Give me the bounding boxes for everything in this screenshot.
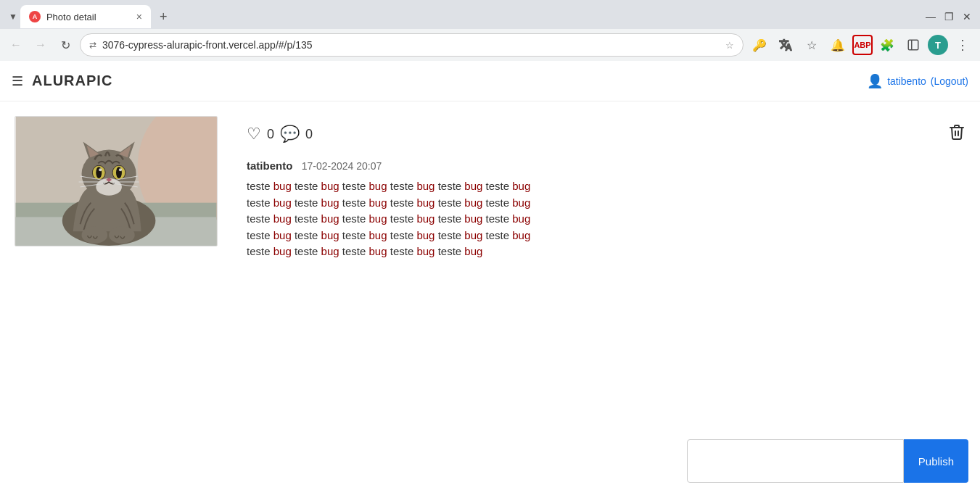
comment-icon: 💬 [280, 125, 300, 144]
extensions-icon[interactable]: 🧩 [876, 33, 899, 57]
comment-textarea[interactable] [687, 439, 904, 483]
bookmark-icon[interactable]: ☆ [725, 40, 734, 51]
post-date: 17-02-2024 20:07 [302, 160, 382, 172]
new-tab-button[interactable]: + [154, 9, 173, 25]
profile-avatar[interactable]: T [928, 35, 948, 55]
post-content: teste bug teste bug teste bug teste bug … [247, 178, 537, 260]
detail-section: ♡ 0 💬 0 tatibento 17-0 [247, 116, 965, 473]
app-logo: ALURAPIC [32, 72, 112, 89]
post-info: tatibento 17-02-2024 20:07 [247, 159, 965, 173]
nav-actions: 🔑 ☆ 🔔 ABP 🧩 T [748, 33, 974, 57]
user-account-icon: 👤 [867, 73, 883, 89]
svg-point-8 [109, 226, 135, 244]
browser-tab-active[interactable]: A Photo detail × [20, 5, 151, 28]
user-area: 👤 tatibento (Logout) [867, 73, 968, 89]
hamburger-menu-icon[interactable]: ☰ [12, 73, 23, 89]
forward-button[interactable]: → [30, 35, 51, 55]
svg-point-7 [82, 226, 108, 244]
back-button[interactable]: ← [6, 35, 26, 55]
app-header: ☰ ALURAPIC 👤 tatibento (Logout) [0, 61, 980, 101]
actions-bar: ♡ 0 💬 0 [247, 123, 965, 145]
logout-link[interactable]: (Logout) [931, 75, 968, 87]
browser-nav-bar: ← → ↻ ⇄ 3076-cypress-alurapic-front.verc… [0, 29, 980, 61]
maximize-button[interactable]: ❐ [944, 11, 954, 22]
reload-button[interactable]: ↻ [55, 35, 75, 55]
translate-icon[interactable] [774, 33, 797, 57]
window-controls: — ❐ ✕ [926, 11, 974, 22]
bookmark-star-icon[interactable]: ☆ [800, 33, 823, 57]
password-manager-icon[interactable]: 🔑 [748, 33, 771, 57]
cat-photo [15, 117, 217, 246]
browser-menu-icon[interactable]: ⋮ [951, 33, 974, 57]
publish-button[interactable]: Publish [904, 439, 968, 483]
delete-button[interactable] [948, 123, 965, 145]
tab-close-button[interactable]: × [136, 12, 142, 22]
svg-point-20 [119, 168, 122, 171]
sidebar-toggle-icon[interactable] [902, 33, 925, 57]
heart-icon: ♡ [247, 125, 261, 144]
address-text: 3076-cypress-alurapic-front.vercel.app/#… [102, 39, 720, 51]
trash-icon [948, 126, 965, 144]
username-link[interactable]: tatibento [887, 75, 926, 87]
like-button[interactable]: ♡ [247, 125, 261, 144]
notifications-icon[interactable]: 🔔 [826, 33, 849, 57]
close-window-button[interactable]: ✕ [963, 11, 971, 22]
app-main: ♡ 0 💬 0 tatibento 17-0 [0, 101, 980, 487]
photo-section [15, 116, 218, 473]
svg-rect-0 [908, 40, 918, 50]
browser-tab-bar: A Photo detail × + [20, 5, 173, 28]
comment-button[interactable]: 💬 [280, 125, 300, 144]
browser-chrome: ▼ A Photo detail × + — ❐ ✕ ← → ↻ ⇄ 3076-… [0, 0, 980, 61]
browser-title-bar: ▼ A Photo detail × + — ❐ ✕ [0, 0, 980, 29]
tab-dropdown-arrow[interactable]: ▼ [6, 12, 20, 22]
minimize-button[interactable]: — [926, 11, 936, 22]
comment-count: 0 [305, 127, 313, 142]
address-bar[interactable]: ⇄ 3076-cypress-alurapic-front.vercel.app… [80, 33, 744, 57]
tab-title: Photo detail [46, 12, 131, 22]
tab-favicon: A [29, 11, 41, 22]
like-count: 0 [267, 127, 274, 142]
address-secure-icon: ⇄ [89, 40, 96, 50]
post-author: tatibento [247, 159, 292, 172]
adblock-icon[interactable]: ABP [852, 35, 873, 55]
comment-input-area: Publish [675, 432, 980, 487]
svg-point-19 [99, 168, 102, 171]
photo-container [15, 116, 218, 246]
